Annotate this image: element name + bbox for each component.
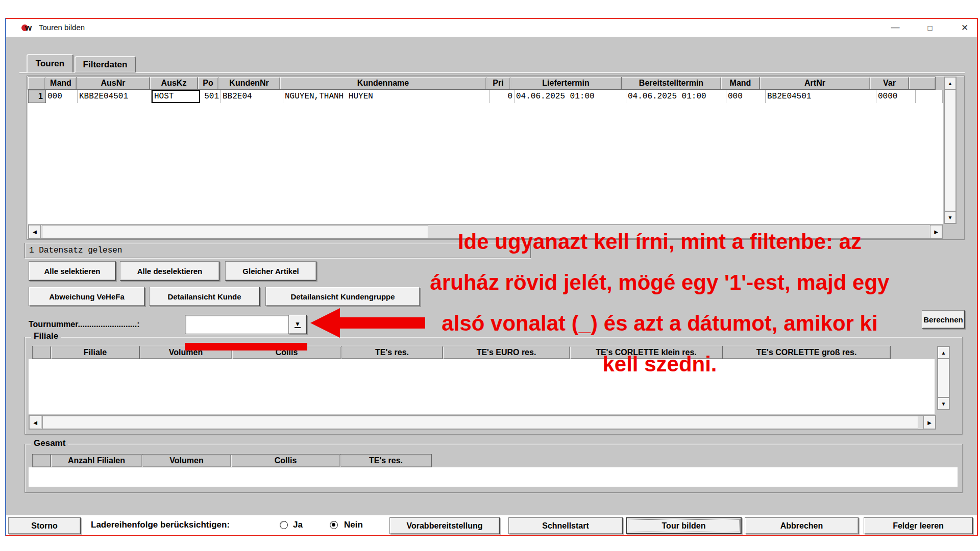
orders-header-row: Mand AusNr AusKz Po KundenNr Kundenname … bbox=[28, 77, 936, 90]
tournummer-input[interactable] bbox=[185, 315, 291, 334]
orders-col-mand2: Mand bbox=[721, 77, 760, 90]
berechnen-button[interactable]: Berechnen bbox=[922, 310, 965, 329]
gesamt-header-row: Anzahl Filialen Volumen Collis TE's res. bbox=[33, 454, 432, 467]
dropdown-glyph: ▼ bbox=[295, 321, 301, 327]
orders-col-liefertermin: Liefertermin bbox=[510, 77, 622, 90]
orders-vscroll-thumb[interactable] bbox=[944, 89, 956, 211]
orders-hscrollbar[interactable]: ◀ ▶ bbox=[28, 224, 943, 239]
felder-leeren-mnemonic: e bbox=[910, 521, 914, 531]
radio-ja[interactable] bbox=[280, 521, 288, 529]
scroll-left-icon[interactable]: ◀ bbox=[29, 416, 41, 429]
vorabbereitstellung-button[interactable]: Vorabbereitstellung bbox=[389, 517, 500, 534]
orders-col-kundennr: KundenNr bbox=[218, 77, 280, 90]
filiale-vscroll-thumb[interactable] bbox=[938, 359, 949, 397]
bottom-bar: Storno Ladereihenfolge berücksichtigen: … bbox=[6, 515, 977, 535]
radio-nein-label[interactable]: Nein bbox=[344, 520, 363, 530]
orders-cell-bereitstelltermin[interactable]: 04.06.2025 01:00 bbox=[626, 90, 726, 103]
gesamt-col-anzahl-filialen: Anzahl Filialen bbox=[51, 454, 142, 467]
gesamt-col-te-res: TE's res. bbox=[340, 454, 432, 467]
annotation-arrow-icon bbox=[310, 308, 340, 338]
radio-nein[interactable] bbox=[330, 521, 338, 529]
orders-cell-extra[interactable] bbox=[916, 90, 943, 103]
orders-col-artnr: ArtNr bbox=[760, 77, 870, 90]
orders-cell-var[interactable]: 0000 bbox=[876, 90, 916, 103]
filiale-hscroll-thumb[interactable] bbox=[42, 416, 918, 429]
orders-cell-kundennr[interactable]: BB2E04 bbox=[221, 90, 283, 103]
tour-bilden-button[interactable]: Tour bilden bbox=[626, 517, 742, 534]
dropdown-underbar bbox=[295, 327, 301, 328]
orders-col-select bbox=[28, 77, 45, 90]
status-box: 1 Datensatz gelesen bbox=[24, 243, 531, 258]
orders-empty-rows[interactable] bbox=[28, 103, 943, 224]
annotation-arrow-shaft bbox=[337, 317, 425, 329]
orders-col-bereitstelltermin: Bereitstelltermin bbox=[621, 77, 721, 90]
abbrechen-button[interactable]: Abbrechen bbox=[745, 517, 859, 534]
radio-ja-label[interactable]: Ja bbox=[293, 520, 303, 530]
orders-cell-mand[interactable]: 000 bbox=[46, 90, 78, 103]
tournummer-dropdown-button[interactable]: ▼ bbox=[288, 315, 307, 334]
orders-col-mand: Mand bbox=[45, 77, 77, 90]
filiale-col-select bbox=[32, 346, 51, 359]
filiale-col-te-corlette-gross: TE's CORLETTE groß res. bbox=[722, 346, 891, 359]
orders-hscroll-thumb[interactable] bbox=[42, 225, 428, 238]
tab-touren[interactable]: Touren bbox=[27, 54, 74, 72]
filiale-group: Filiale Filiale Volumen Collis TE's res.… bbox=[24, 337, 963, 435]
orders-cell-auskz[interactable]: HOST bbox=[152, 90, 200, 103]
maximize-button[interactable]: □ bbox=[922, 20, 938, 35]
orders-cell-pri[interactable]: 0 bbox=[490, 90, 514, 103]
filiale-col-te-res: TE's res. bbox=[341, 346, 443, 359]
orders-cell-num[interactable]: 1 bbox=[28, 90, 46, 103]
orders-col-kundenname: Kundenname bbox=[280, 77, 486, 90]
tab-filterdaten[interactable]: Filterdaten bbox=[75, 56, 136, 72]
felder-leeren-button[interactable]: Felder leeren bbox=[864, 517, 973, 534]
storno-button[interactable]: Storno bbox=[8, 517, 81, 534]
ladereihenfolge-label: Ladereihenfolge berücksichtigen: bbox=[91, 520, 230, 530]
orders-cell-kundenname[interactable]: NGUYEN,THANH HUYEN bbox=[283, 90, 490, 103]
scroll-left-icon[interactable]: ◀ bbox=[29, 225, 41, 238]
orders-cell-liefertermin[interactable]: 04.06.2025 01:00 bbox=[514, 90, 626, 103]
scroll-down-icon[interactable]: ▼ bbox=[944, 211, 956, 223]
scroll-right-icon[interactable]: ▶ bbox=[930, 225, 942, 238]
orders-cell-po[interactable]: 501 bbox=[200, 90, 221, 103]
close-button[interactable]: ✕ bbox=[957, 20, 973, 35]
app-logo-icon: w bbox=[21, 22, 35, 33]
orders-cell-artnr[interactable]: BB2E04501 bbox=[766, 90, 876, 103]
felder-leeren-suffix: r leeren bbox=[914, 521, 944, 531]
orders-cell-ausnr[interactable]: KBB2E04501 bbox=[78, 90, 152, 103]
gesamt-col-collis: Collis bbox=[231, 454, 340, 467]
filiale-empty-rows[interactable] bbox=[29, 359, 935, 414]
filiale-col-te-corlette-klein: TE's CORLETTE klein res. bbox=[570, 346, 723, 359]
logo-letter: w bbox=[25, 23, 32, 33]
screen: w Touren bilden — □ ✕ Touren Filterdaten… bbox=[0, 0, 980, 551]
app-window: w Touren bilden — □ ✕ Touren Filterdaten… bbox=[5, 18, 978, 536]
orders-col-pri: Pri bbox=[486, 77, 510, 90]
filiale-col-te-euro: TE's EURO res. bbox=[443, 346, 570, 359]
alle-selektieren-button[interactable]: Alle selektieren bbox=[29, 261, 116, 281]
gesamt-group: Gesamt Anzahl Filialen Volumen Collis TE… bbox=[24, 444, 963, 493]
detailansicht-kunde-button[interactable]: Detailansicht Kunde bbox=[149, 287, 260, 306]
gesamt-col-volumen: Volumen bbox=[142, 454, 231, 467]
filiale-col-filiale: Filiale bbox=[51, 346, 140, 359]
detailansicht-kundengruppe-button[interactable]: Detailansicht Kundengruppe bbox=[265, 287, 420, 306]
filiale-vscrollbar[interactable]: ▲ ▼ bbox=[937, 346, 950, 410]
scroll-down-icon[interactable]: ▼ bbox=[938, 397, 949, 410]
filiale-hscrollbar[interactable]: ◀ ▶ bbox=[29, 415, 936, 430]
orders-col-ausnr: AusNr bbox=[76, 77, 150, 90]
minimize-button[interactable]: — bbox=[887, 20, 903, 35]
scroll-up-icon[interactable]: ▲ bbox=[938, 346, 949, 359]
orders-col-auskz: AusKz bbox=[150, 77, 198, 90]
gesamt-col-select bbox=[32, 454, 51, 467]
table-row[interactable]: 1 000 KBB2E04501 HOST 501 BB2E04 NGUYEN,… bbox=[28, 90, 943, 103]
titlebar: w Touren bilden — □ ✕ bbox=[6, 19, 977, 37]
orders-col-var: Var bbox=[870, 77, 909, 90]
abweichung-vehefa-button[interactable]: Abweichung VeHeFa bbox=[29, 287, 145, 306]
schnellstart-button[interactable]: Schnellstart bbox=[508, 517, 623, 534]
scroll-right-icon[interactable]: ▶ bbox=[923, 416, 936, 429]
scroll-up-icon[interactable]: ▲ bbox=[944, 77, 956, 89]
orders-grid: Mand AusNr AusKz Po KundenNr Kundenname … bbox=[27, 76, 965, 240]
alle-deselektieren-button[interactable]: Alle deselektieren bbox=[120, 261, 219, 281]
gleicher-artikel-button[interactable]: Gleicher Artikel bbox=[225, 261, 316, 281]
orders-cell-mand2[interactable]: 000 bbox=[726, 90, 766, 103]
orders-vscrollbar[interactable]: ▲ ▼ bbox=[944, 77, 957, 224]
tournummer-label: Tournummer..........................: bbox=[29, 320, 140, 329]
